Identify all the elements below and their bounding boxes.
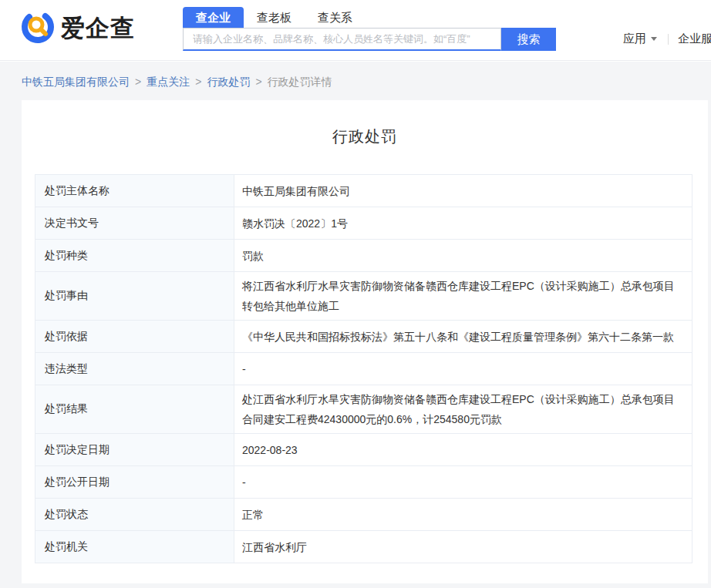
penalty-detail-card: 行政处罚 处罚主体名称中铁五局集团有限公司决定书文号赣水罚决〔2022〕1号处罚…	[22, 100, 708, 583]
breadcrumb-separator: >	[195, 76, 201, 88]
row-value: 中铁五局集团有限公司	[234, 175, 692, 207]
tab-2[interactable]: 查关系	[305, 7, 366, 28]
enterprise-service-link[interactable]: 企业服务	[678, 32, 711, 46]
divider	[668, 34, 669, 45]
tab-1[interactable]: 查老板	[244, 7, 305, 28]
top-header: 爱企查 查企业查老板查关系 搜索 应用 企业服务	[0, 0, 711, 61]
logo-text: 爱企查	[61, 12, 135, 45]
row-label: 处罚事由	[35, 272, 234, 320]
breadcrumb-link-2[interactable]: 行政处罚	[207, 76, 250, 88]
table-row: 处罚公开日期-	[35, 466, 692, 499]
row-value: 将江西省水利厅水旱灾害防御物资储备赣西仓库建设工程EPC（设计采购施工）总承包项…	[234, 272, 692, 320]
table-row: 处罚结果处江西省水利厅水旱灾害防御物资储备赣西仓库建设工程EPC（设计采购施工）…	[35, 385, 692, 434]
table-row: 处罚种类罚款	[35, 240, 692, 272]
search-button[interactable]: 搜索	[501, 28, 556, 51]
breadcrumb: 中铁五局集团有限公司>重点关注>行政处罚>行政处罚详情	[0, 62, 711, 89]
page-background: 中铁五局集团有限公司>重点关注>行政处罚>行政处罚详情 行政处罚 处罚主体名称中…	[0, 62, 711, 588]
row-value: 处江西省水利厅水旱灾害防御物资储备赣西仓库建设工程EPC（设计采购施工）总承包项…	[234, 385, 692, 433]
row-label: 处罚依据	[35, 321, 234, 352]
row-label: 违法类型	[35, 353, 234, 385]
search-tabs: 查企业查老板查关系	[183, 7, 556, 28]
breadcrumb-separator: >	[255, 76, 261, 88]
row-value: 赣水罚决〔2022〕1号	[234, 207, 692, 239]
row-label: 决定书文号	[35, 207, 234, 239]
row-value: 《中华人民共和国招标投标法》第五十八条和《建设工程质量管理条例》第六十二条第一款	[234, 321, 692, 352]
search-input[interactable]	[183, 28, 501, 51]
penalty-detail-table: 处罚主体名称中铁五局集团有限公司决定书文号赣水罚决〔2022〕1号处罚种类罚款处…	[35, 174, 692, 563]
table-row: 处罚状态正常	[35, 499, 692, 531]
tab-0[interactable]: 查企业	[183, 7, 244, 28]
page-title: 行政处罚	[22, 126, 708, 147]
row-value: 罚款	[234, 240, 692, 271]
row-label: 处罚公开日期	[35, 466, 234, 498]
row-value: -	[234, 353, 692, 385]
table-row: 处罚机关江西省水利厅	[35, 531, 692, 563]
aiqicha-logo[interactable]: 爱企查	[20, 9, 135, 48]
table-row: 处罚决定日期2022-08-23	[35, 434, 692, 466]
table-row: 处罚事由将江西省水利厅水旱灾害防御物资储备赣西仓库建设工程EPC（设计采购施工）…	[35, 272, 692, 321]
apps-label: 应用	[623, 32, 646, 46]
breadcrumb-link-1[interactable]: 重点关注	[147, 76, 190, 88]
breadcrumb-separator: >	[135, 76, 141, 88]
row-label: 处罚种类	[35, 240, 234, 271]
apps-menu[interactable]: 应用	[623, 32, 657, 46]
row-value: 正常	[234, 499, 692, 530]
row-value: -	[234, 466, 692, 498]
row-label: 处罚主体名称	[35, 175, 234, 207]
breadcrumb-link-0[interactable]: 中铁五局集团有限公司	[22, 76, 130, 88]
row-value: 2022-08-23	[234, 434, 692, 465]
table-row: 决定书文号赣水罚决〔2022〕1号	[35, 207, 692, 240]
search-area: 查企业查老板查关系 搜索	[183, 7, 556, 51]
chevron-down-icon	[651, 37, 657, 41]
table-row: 违法类型-	[35, 353, 692, 385]
row-label: 处罚状态	[35, 499, 234, 530]
header-right-links: 应用 企业服务	[623, 32, 711, 46]
table-row: 处罚依据《中华人民共和国招标投标法》第五十八条和《建设工程质量管理条例》第六十二…	[35, 321, 692, 353]
row-label: 处罚机关	[35, 531, 234, 563]
aiqicha-logo-icon	[20, 9, 56, 48]
row-label: 处罚结果	[35, 385, 234, 433]
table-row: 处罚主体名称中铁五局集团有限公司	[35, 175, 692, 207]
breadcrumb-current: 行政处罚详情	[268, 76, 332, 88]
row-label: 处罚决定日期	[35, 434, 234, 465]
row-value: 江西省水利厅	[234, 531, 692, 563]
